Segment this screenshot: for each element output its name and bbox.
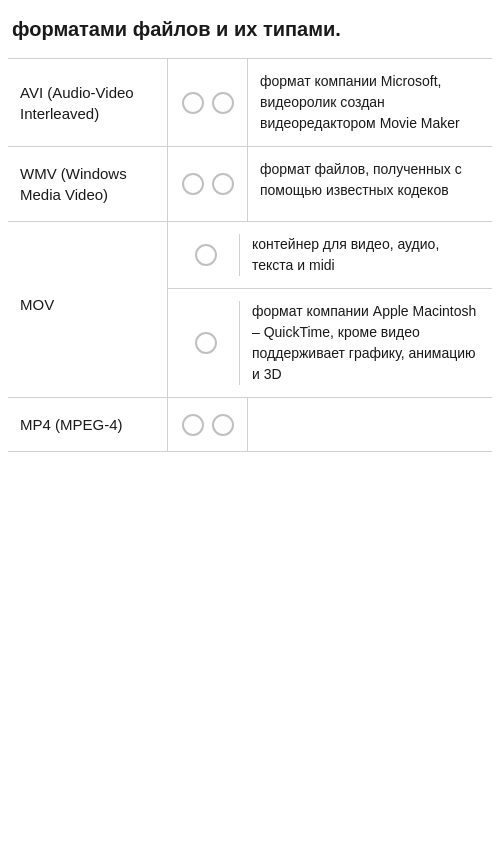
table: AVI (Audio-Video Interleaved) формат ком… [8, 58, 492, 452]
radio-mp4-2[interactable] [212, 414, 234, 436]
format-cell-avi: AVI (Audio-Video Interleaved) [8, 59, 168, 146]
table-row: AVI (Audio-Video Interleaved) формат ком… [8, 58, 492, 146]
format-cell-wmv: WMV (Windows Media Video) [8, 147, 168, 221]
radio-cell-wmv [168, 147, 248, 221]
radio-avi-1[interactable] [182, 92, 204, 114]
radio-cell-mp4 [168, 398, 248, 451]
page-container: форматами файлов и их типами. AVI (Audio… [0, 0, 500, 468]
description-cell-wmv: формат файлов, полученных с помощью изве… [248, 147, 492, 221]
format-label-mp4: MP4 (MPEG-4) [20, 414, 123, 435]
format-cell-mov: MOV [8, 222, 168, 397]
radio-mov-1[interactable] [195, 244, 217, 266]
desc-text-mov-2: формат компании Apple Macintosh – QuickT… [252, 301, 480, 385]
table-row: WMV (Windows Media Video) формат файлов,… [8, 146, 492, 221]
format-label-avi: AVI (Audio-Video Interleaved) [20, 82, 155, 124]
radio-avi-2[interactable] [212, 92, 234, 114]
radio-wmv-1[interactable] [182, 173, 204, 195]
page-title: форматами файлов и их типами. [8, 16, 492, 42]
description-cell-avi: формат компании Microsoft, видеоролик со… [248, 59, 492, 146]
radio-mov-2[interactable] [195, 332, 217, 354]
format-label-mov: MOV [20, 294, 54, 315]
description-split-mov: контейнер для видео, аудио, текста и mid… [168, 222, 492, 397]
format-cell-mp4: MP4 (MPEG-4) [8, 398, 168, 451]
desc-bottom-mov: формат компании Apple Macintosh – QuickT… [168, 289, 492, 397]
table-row: MOV контейнер для видео, аудио, текста и… [8, 221, 492, 397]
radio-mp4-1[interactable] [182, 414, 204, 436]
radio-cell-avi [168, 59, 248, 146]
description-cell-mp4 [248, 398, 492, 451]
radio-wmv-2[interactable] [212, 173, 234, 195]
format-label-wmv: WMV (Windows Media Video) [20, 163, 155, 205]
desc-text-mov-1: контейнер для видео, аудио, текста и mid… [252, 234, 480, 276]
desc-top-mov: контейнер для видео, аудио, текста и mid… [168, 222, 492, 289]
table-row: MP4 (MPEG-4) [8, 397, 492, 452]
